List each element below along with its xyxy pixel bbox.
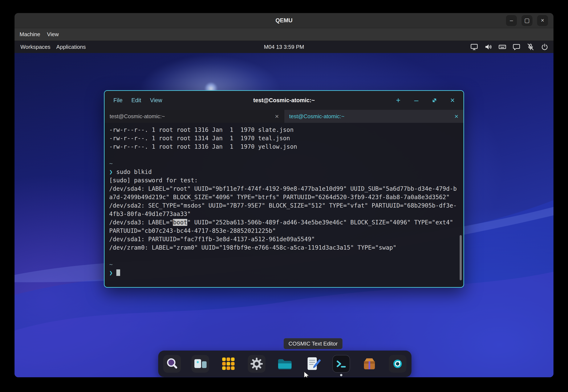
panel-clock[interactable]: M04 13 3:59 PM (264, 44, 304, 50)
terminal-line: -rw-r--r--. 1 root root 1316 Jan 1 1970 … (109, 126, 459, 134)
terminal-line: [sudo] password for test: (109, 176, 459, 185)
volume-icon[interactable] (484, 43, 493, 51)
dock-item-terminal[interactable] (332, 355, 350, 373)
terminal-title: test@Cosmic-atomic:~ (253, 97, 315, 104)
terminal-line: PARTUUID="cb07c243-bc44-4717-853e-288520… (109, 227, 459, 235)
terminal-line (109, 151, 459, 159)
terminal-tab-bar: test@Cosmic-atomic:~ × test@Cosmic-atomi… (105, 110, 463, 123)
power-icon[interactable] (540, 43, 549, 51)
maximize-button[interactable] (430, 96, 439, 105)
terminal-menubar: File Edit View (110, 96, 166, 105)
qemu-window-title: QEMU (276, 17, 293, 24)
terminal-menu-edit[interactable]: Edit (128, 96, 145, 105)
dock-item-app-library[interactable] (220, 355, 237, 373)
minimize-button[interactable]: – (506, 15, 517, 26)
terminal-line: -rw-r--r--. 1 root root 1316 Jan 1 1970 … (109, 143, 459, 151)
mic-off-icon[interactable] (526, 43, 535, 51)
terminal-tab-2[interactable]: test@Cosmic-atomic:~ × (284, 110, 464, 123)
minimize-icon: – (510, 18, 513, 23)
plus-icon: + (396, 97, 400, 104)
panel-applications-button[interactable]: Applications (56, 44, 86, 50)
terminal-line: /dev/sda3: LABEL="boot" UUID="252ba613-5… (109, 218, 459, 227)
cosmic-top-panel: Workspaces Applications M04 13 3:59 PM (14, 41, 554, 53)
minimize-icon: – (414, 97, 418, 104)
dock-item-text-editor[interactable] (304, 355, 322, 373)
close-button[interactable]: × (537, 15, 548, 26)
terminal-output[interactable]: -rw-r--r--. 1 root root 1316 Jan 1 1970 … (105, 123, 463, 287)
tab-close-icon[interactable]: × (454, 113, 458, 120)
terminal-headerbar[interactable]: File Edit View test@Cosmic-atomic:~ + – (105, 91, 463, 110)
terminal-window-controls: + – × (394, 91, 457, 110)
terminal-line: /dev/zram0: LABEL="zram0" UUID="198fbf9e… (109, 244, 459, 252)
dock-item-settings[interactable] (248, 355, 266, 373)
dock-item-files[interactable] (276, 355, 294, 373)
terminal-menu-view[interactable]: View (147, 96, 166, 105)
terminal-line: ~ (109, 159, 459, 168)
dock-item-workspaces[interactable] (191, 355, 209, 373)
terminal-window: File Edit View test@Cosmic-atomic:~ + – (104, 90, 464, 288)
terminal-prompt-icon (332, 355, 350, 373)
keyboard-icon[interactable] (498, 43, 507, 51)
tab-close-icon[interactable]: × (275, 113, 279, 120)
minimize-button[interactable]: – (412, 96, 421, 105)
folder-icon (276, 355, 294, 373)
terminal-line: a7d-2499b49d219c" BLOCK_SIZE="4096" TYPE… (109, 193, 459, 201)
terminal-line: /dev/sda4: LABEL="root" UUID="9bf11e7f-4… (109, 185, 459, 193)
terminal-line (109, 252, 459, 260)
panel-tray (470, 41, 549, 53)
desktop: File Edit View test@Cosmic-atomic:~ + – (14, 53, 554, 377)
qemu-menubar: Machine View (14, 28, 554, 41)
expand-icon (431, 97, 438, 104)
qemu-window: QEMU – ▢ × Machine View Workspaces Appli… (14, 13, 554, 377)
terminal-tab-1[interactable]: test@Cosmic-atomic:~ × (105, 110, 284, 123)
dock-tooltip: COSMIC Text Editor (284, 338, 342, 349)
menu-machine[interactable]: Machine (16, 31, 43, 38)
terminal-line: /dev/sda2: SEC_TYPE="msdos" UUID="7B77-9… (109, 201, 459, 210)
terminal-line: ❯ sudo blkid (109, 168, 459, 176)
display-icon[interactable] (470, 43, 478, 51)
new-tab-button[interactable]: + (394, 96, 403, 105)
maximize-button[interactable]: ▢ (522, 15, 532, 26)
screen: QEMU – ▢ × Machine View Workspaces Appli… (0, 0, 568, 392)
terminal-menu-file[interactable]: File (110, 96, 126, 105)
dock-item-screenshot[interactable] (389, 355, 406, 373)
terminal-line: ❯ (109, 269, 459, 277)
terminal-line: -rw-r--r--. 1 root root 1314 Jan 1 1970 … (109, 134, 459, 143)
qemu-window-controls: – ▢ × (506, 15, 548, 26)
dock (158, 350, 412, 377)
close-button[interactable]: × (448, 96, 457, 105)
terminal-line: ~ (109, 260, 459, 269)
scrollbar-thumb[interactable] (460, 235, 462, 280)
menu-view[interactable]: View (43, 31, 62, 38)
qemu-titlebar[interactable]: QEMU – ▢ × (14, 13, 554, 28)
document-pen-icon (304, 355, 322, 373)
close-icon: × (541, 18, 544, 23)
magnifier-icon (163, 355, 181, 373)
windows-icon (191, 355, 209, 373)
terminal-line: 4fb3-80fa-49d1e773aa33" (109, 210, 459, 218)
running-indicator-dot (340, 374, 342, 376)
mouse-cursor (303, 371, 312, 377)
panel-workspaces-button[interactable]: Workspaces (20, 44, 51, 50)
package-icon (361, 355, 378, 373)
maximize-icon: ▢ (524, 18, 530, 23)
tab-label: test@Cosmic-atomic:~ (289, 113, 452, 120)
close-icon: × (450, 97, 454, 104)
dock-item-store[interactable] (361, 355, 378, 373)
terminal-line: /dev/sda1: PARTUUID="fac7f1fb-3e8d-4137-… (109, 235, 459, 244)
tab-label: test@Cosmic-atomic:~ (110, 113, 272, 120)
notifications-icon[interactable] (512, 43, 521, 51)
gear-icon (248, 355, 266, 373)
app-grid-icon (220, 355, 237, 373)
dock-item-launcher[interactable] (163, 355, 181, 373)
lens-icon (389, 355, 406, 373)
